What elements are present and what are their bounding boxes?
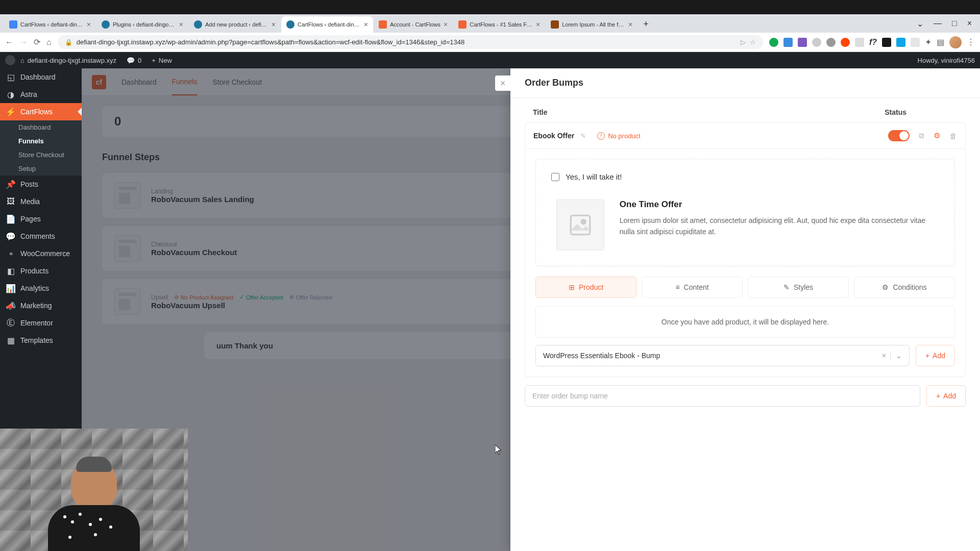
content-icon: ≡ — [675, 283, 679, 291]
bump-name: Ebook Offer — [533, 132, 574, 140]
browser-tab[interactable]: CartFlows - #1 Sales Funnel B× — [453, 16, 545, 33]
browser-tab[interactable]: Plugins ‹ defiant-dingo-tjxgt× — [96, 16, 188, 33]
browser-tab-active[interactable]: CartFlows ‹ defiant-dingo-tjxgt× — [281, 16, 373, 33]
add-product-button[interactable]: +Add — [916, 345, 955, 366]
trash-icon[interactable]: 🗑 — [949, 132, 957, 140]
menu-icon[interactable]: ⋮ — [967, 37, 975, 47]
bump-row: Ebook Offer ✎ ! No product ⧉ ⚙ 🗑 — [525, 122, 966, 149]
browser-tabs: CartFlows ‹ defiant-dingo-tjxgt× Plugins… — [0, 14, 980, 33]
sidebar-sub-store-checkout[interactable]: Store Checkout — [0, 148, 82, 162]
product-select[interactable]: WordPress Essentials Ebook - Bump × ⌄ — [535, 345, 910, 366]
add-bump-button[interactable]: +Add — [926, 385, 966, 407]
astra-icon: ◑ — [6, 90, 15, 99]
sidebar-item-posts[interactable]: 📌Posts — [0, 176, 82, 193]
browser-tab[interactable]: CartFlows ‹ defiant-dingo-tjxgt× — [4, 16, 96, 33]
panel-title: Order Bumps — [525, 78, 966, 88]
close-icon[interactable]: × — [272, 20, 276, 29]
site-name-link[interactable]: ⌂ defiant-dingo-tjxgt.instawp.xyz — [20, 57, 116, 64]
sidebar-sub-funnels[interactable]: Funnels — [0, 134, 82, 148]
minimize-icon[interactable]: — — [934, 19, 942, 29]
edit-icon[interactable]: ✎ — [580, 132, 586, 140]
forward-icon[interactable]: → — [19, 38, 28, 47]
close-panel-button[interactable]: × — [495, 76, 510, 91]
sidebar-item-media[interactable]: 🖼Media — [0, 193, 82, 210]
close-icon[interactable]: × — [87, 20, 91, 29]
sidebar-item-analytics[interactable]: 📊Analytics — [0, 280, 82, 297]
sidebar-item-templates[interactable]: ▦Templates — [0, 332, 82, 349]
dashboard-icon: ◱ — [6, 72, 15, 82]
new-bump-input[interactable] — [525, 385, 920, 407]
sidebar-item-woocommerce[interactable]: ⚬WooCommerce — [0, 245, 82, 262]
url-text: defiant-dingo-tjxgt.instawp.xyz/wp-admin… — [77, 38, 465, 46]
offer-description: Lorem ipsum dolor sit amet, consectetur … — [620, 215, 934, 238]
analytics-icon: 📊 — [6, 284, 15, 293]
plus-icon: + — [925, 352, 929, 360]
sidebar-item-comments[interactable]: 💬Comments — [0, 228, 82, 245]
svg-point-1 — [581, 220, 585, 224]
close-icon[interactable]: × — [967, 19, 972, 29]
profile-avatar[interactable] — [949, 36, 962, 48]
woo-icon: ⚬ — [6, 249, 15, 258]
extension-icon[interactable] — [855, 38, 864, 47]
gear-icon[interactable]: ⚙ — [934, 131, 940, 140]
list-header: Title Status — [525, 98, 966, 122]
comments-link[interactable]: 💬 0 — [127, 57, 141, 64]
browser-tab[interactable]: Account - CartFlows× — [374, 16, 453, 33]
sidebar-item-dashboard[interactable]: ◱Dashboard — [0, 68, 82, 86]
tab-styles[interactable]: ✎Styles — [748, 277, 849, 298]
new-tab-button[interactable]: + — [638, 16, 654, 33]
back-icon[interactable]: ← — [5, 38, 13, 47]
sidebar-sub-setup[interactable]: Setup — [0, 162, 82, 176]
tab-product[interactable]: ⊞Product — [535, 277, 636, 298]
wp-logo-icon[interactable] — [5, 55, 15, 65]
extensions: f? ✦ ▤ ⋮ — [769, 36, 975, 48]
extension-icon[interactable]: f? — [869, 38, 877, 47]
address-bar[interactable]: 🔒 defiant-dingo-tjxgt.instawp.xyz/wp-adm… — [58, 35, 763, 49]
close-icon[interactable]: × — [536, 20, 540, 29]
close-icon[interactable]: × — [444, 20, 448, 29]
sidebar-item-products[interactable]: ◧Products — [0, 262, 82, 280]
home-icon[interactable]: ⌂ — [46, 38, 52, 47]
tab-conditions[interactable]: ⚙Conditions — [854, 277, 955, 298]
browser-tab[interactable]: Add new product ‹ defiant-di× — [189, 16, 281, 33]
copy-icon[interactable]: ⧉ — [919, 131, 924, 140]
clear-icon[interactable]: × — [878, 352, 890, 360]
close-icon[interactable]: × — [364, 20, 368, 29]
sidebar-item-astra[interactable]: ◑Astra — [0, 86, 82, 103]
webcam-overlay — [0, 429, 188, 551]
howdy-link[interactable]: Howdy, vinirofi4756 — [918, 57, 975, 64]
extensions-icon[interactable]: ✦ — [925, 37, 932, 47]
styles-icon: ✎ — [783, 283, 790, 291]
star-icon[interactable]: ☆ — [750, 38, 756, 46]
extension-icon[interactable] — [769, 38, 778, 47]
extension-icon[interactable] — [911, 38, 920, 47]
extension-icon[interactable] — [812, 38, 821, 47]
close-icon[interactable]: × — [628, 20, 632, 29]
product-icon: ⊞ — [569, 283, 575, 291]
offer-checkbox[interactable]: Yes, I will take it! — [546, 169, 944, 184]
sidebar-item-marketing[interactable]: 📣Marketing — [0, 297, 82, 314]
extension-icon[interactable] — [841, 38, 850, 47]
new-link[interactable]: + New — [152, 57, 172, 64]
extension-icon[interactable] — [896, 38, 905, 47]
wp-admin-bar: ⌂ defiant-dingo-tjxgt.instawp.xyz 💬 0 + … — [0, 52, 980, 68]
extension-icon[interactable] — [826, 38, 836, 47]
chevron-down-icon[interactable]: ⌄ — [917, 19, 923, 29]
maximize-icon[interactable]: □ — [952, 19, 957, 29]
sidebar-sub-dashboard[interactable]: Dashboard — [0, 120, 82, 134]
extension-icon[interactable] — [783, 38, 793, 47]
extension-icon[interactable] — [882, 38, 891, 47]
extension-icon[interactable] — [798, 38, 807, 47]
status-toggle[interactable] — [888, 130, 910, 141]
sidebar-item-cartflows[interactable]: ⚡CartFlows — [0, 103, 82, 120]
sidepanel-icon[interactable]: ▤ — [937, 37, 944, 47]
sidebar-item-pages[interactable]: 📄Pages — [0, 210, 82, 228]
share-icon[interactable]: ▷ — [741, 38, 746, 46]
checkbox-input[interactable] — [551, 173, 559, 181]
chevron-down-icon[interactable]: ⌄ — [890, 352, 902, 360]
tab-content[interactable]: ≡Content — [642, 277, 743, 298]
browser-tab[interactable]: Lorem Ipsum - All the facts - L× — [546, 16, 638, 33]
reload-icon[interactable]: ⟳ — [34, 37, 40, 47]
sidebar-item-elementor[interactable]: ⒺElementor — [0, 314, 82, 332]
close-icon[interactable]: × — [179, 20, 183, 29]
